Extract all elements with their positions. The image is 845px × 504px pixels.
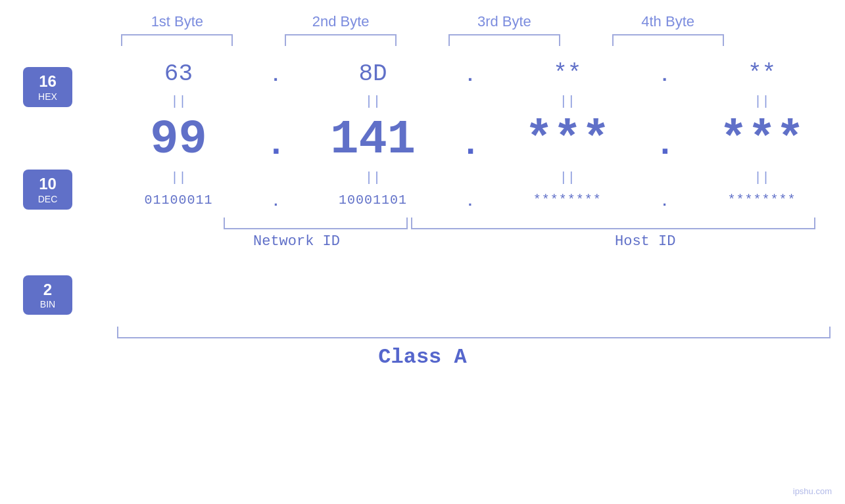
- hex-dot-3: .: [655, 66, 675, 86]
- bin-b2: 10001101: [307, 187, 439, 214]
- host-id-label: Host ID: [615, 233, 675, 250]
- bin-b1: 01100011: [112, 187, 244, 214]
- byte2-header: 2nd Byte: [275, 13, 406, 30]
- eq1-b1: ||: [112, 93, 244, 111]
- bracket-top-1: [111, 34, 243, 46]
- top-brackets: [0, 34, 845, 46]
- bottom-brackets: [95, 218, 845, 232]
- bracket-top-3: [439, 34, 570, 46]
- eq2-b4: ||: [696, 169, 827, 187]
- bracket-top-2: [275, 34, 406, 46]
- dec-badge-label: DEC: [26, 194, 69, 204]
- dec-b3: ***: [502, 111, 633, 169]
- hex-badge-num: 16: [26, 72, 69, 91]
- dec-b1: 99: [112, 111, 244, 169]
- hex-b4: **: [696, 53, 827, 93]
- badges-column: 16 HEX 10 DEC 2 BIN: [0, 53, 95, 315]
- dec-dot-2: .: [460, 128, 480, 162]
- bin-badge-label: BIN: [26, 299, 69, 309]
- bin-dot-3: .: [655, 194, 675, 210]
- hex-b2: 8D: [307, 53, 439, 93]
- data-grid: 63 . 8D . ** . ** || || || || 99: [95, 53, 845, 257]
- byte1-header: 1st Byte: [111, 13, 243, 30]
- byte4-header: 4th Byte: [602, 13, 734, 30]
- hex-data-row: 63 . 8D . ** . **: [95, 53, 845, 93]
- network-id-bracket: [224, 218, 408, 229]
- bin-badge-num: 2: [26, 281, 69, 300]
- bin-badge: 2 BIN: [23, 275, 72, 315]
- eq2-b2: ||: [307, 169, 439, 187]
- watermark: ipshu.com: [793, 486, 832, 496]
- network-id-label: Network ID: [253, 233, 340, 250]
- byte3-header: 3rd Byte: [439, 13, 570, 30]
- bin-dot-2: .: [460, 194, 480, 210]
- eq1-b2: ||: [307, 93, 439, 111]
- main-container: 1st Byte 2nd Byte 3rd Byte 4th Byte 16 H…: [0, 0, 845, 504]
- dec-badge-num: 10: [26, 175, 69, 194]
- equals-row-2: || || || ||: [95, 169, 845, 187]
- bin-b3: ********: [502, 187, 633, 214]
- equals-row-1: || || || ||: [95, 93, 845, 111]
- hex-badge-label: HEX: [26, 91, 69, 102]
- dec-dot-3: .: [655, 128, 675, 162]
- class-bracket: [117, 327, 831, 338]
- main-content: 16 HEX 10 DEC 2 BIN 63 . 8D . **: [0, 53, 845, 315]
- id-labels-row: Network ID Host ID: [95, 233, 845, 257]
- hex-dot-2: .: [460, 66, 480, 86]
- host-id-bracket: [411, 218, 815, 229]
- hex-b1: 63: [112, 53, 244, 93]
- bracket-top-4: [602, 34, 734, 46]
- hex-b3: **: [502, 53, 633, 93]
- dec-b2: 141: [307, 111, 439, 169]
- bin-dot-1: .: [266, 194, 285, 210]
- dec-dot-1: .: [266, 128, 285, 162]
- hex-badge: 16 HEX: [23, 67, 72, 107]
- byte-headers: 1st Byte 2nd Byte 3rd Byte 4th Byte: [0, 13, 845, 30]
- bin-b4: ********: [696, 187, 827, 214]
- eq1-b4: ||: [696, 93, 827, 111]
- dec-badge: 10 DEC: [23, 170, 72, 210]
- bin-data-row: 01100011 . 10001101 . ******** . *******…: [95, 187, 845, 214]
- class-label: Class A: [0, 345, 845, 369]
- eq2-b1: ||: [112, 169, 244, 187]
- hex-dot-1: .: [266, 66, 285, 86]
- dec-b4: ***: [696, 111, 827, 169]
- eq1-b3: ||: [502, 93, 633, 111]
- dec-data-row: 99 . 141 . *** . ***: [95, 111, 845, 169]
- eq2-b3: ||: [502, 169, 633, 187]
